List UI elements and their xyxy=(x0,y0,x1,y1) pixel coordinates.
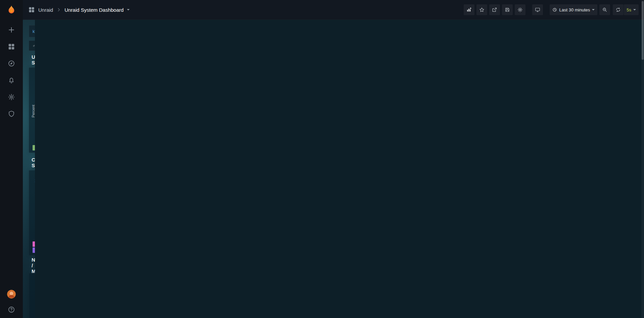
help-question-icon[interactable] xyxy=(8,306,15,313)
server-admin-shield-icon[interactable] xyxy=(8,110,15,118)
variable-label: kWh Price xyxy=(33,29,35,34)
section-title: UPS Stats xyxy=(32,54,35,65)
clock-icon xyxy=(552,7,557,12)
external-link-icon xyxy=(33,44,35,48)
y-axis-title: Percent xyxy=(31,78,35,144)
refresh-button[interactable] xyxy=(613,4,624,15)
breadcrumb: Unraid Unraid System Dashboard xyxy=(28,6,130,13)
panel-cpu1: CPU 1 Last 30 minutes 0%50%100% 19:5019:… xyxy=(29,170,35,256)
dashboard-settings-button[interactable] xyxy=(515,4,525,15)
page-scrollbar xyxy=(641,0,644,318)
grafana-logo-icon[interactable] xyxy=(5,4,17,16)
y-axis-ticks: 0%50%100% xyxy=(31,181,35,235)
chart-legend: UPS LoadMin: 17% Max: 32% Avg: 20%WattsM… xyxy=(29,144,35,152)
monitor-icon xyxy=(535,7,540,12)
time-range-label: Last 30 minutes xyxy=(559,7,590,12)
caret-down-icon xyxy=(592,9,595,10)
explore-compass-icon[interactable] xyxy=(8,60,15,67)
alerting-bell-icon[interactable] xyxy=(8,77,15,84)
star-dashboard-button[interactable] xyxy=(476,4,487,15)
dashboard-title[interactable]: Unraid System Dashboard xyxy=(64,7,124,13)
refresh-interval-picker[interactable]: 5s xyxy=(624,4,639,15)
legend-series-color xyxy=(33,241,35,247)
refresh-interval-label: 5s xyxy=(627,7,631,12)
share-dashboard-button[interactable] xyxy=(489,4,500,15)
add-panel-button[interactable] xyxy=(464,4,474,15)
variable-kwh-price[interactable]: kWh Price 0.65 xyxy=(29,25,35,37)
top-navbar: Unraid Unraid System Dashboard Last 30 m… xyxy=(23,0,644,20)
caret-down-icon[interactable] xyxy=(127,9,130,10)
share-icon xyxy=(492,7,497,12)
panel-network: Network Last 30 minutes 2.0 MBs4.0 MBs6.… xyxy=(29,273,35,318)
link-grafana-plex-theme[interactable]: Grafana Plex Theme xyxy=(29,41,35,51)
section-title: CPU Stats xyxy=(32,157,35,168)
legend-series-color xyxy=(33,145,35,150)
axis-tick-label: 100% xyxy=(35,179,35,183)
chevron-right-icon xyxy=(56,7,61,12)
save-icon xyxy=(505,7,510,12)
caret-down-icon xyxy=(633,9,636,10)
breadcrumb-folder[interactable]: Unraid xyxy=(38,7,53,13)
tv-mode-button[interactable] xyxy=(532,4,543,15)
zoom-out-time-button[interactable] xyxy=(599,4,610,15)
y-axis-ticks: 2.0 MBs4.0 MBs6.0 MBs xyxy=(31,283,35,318)
save-dashboard-button[interactable] xyxy=(502,4,513,15)
create-plus-icon[interactable] xyxy=(8,26,15,34)
time-range-picker[interactable]: Last 30 minutes xyxy=(550,4,597,15)
configuration-gear-icon[interactable] xyxy=(8,93,15,101)
dashboard-canvas: kWh Price 0.65 Currency kr UPS Max Outpu… xyxy=(23,20,35,318)
chart-legend: avgcurrentCore 620%30%Core 722%30% xyxy=(29,235,35,255)
dashboards-icon[interactable] xyxy=(8,43,15,50)
sidebar xyxy=(0,0,23,318)
section-title: Network / Memory xyxy=(32,257,35,274)
grafana-app: Unraid Unraid System Dashboard Last 30 m… xyxy=(0,0,644,318)
scrollbar-thumb[interactable] xyxy=(642,1,644,60)
refresh-icon xyxy=(615,7,621,12)
panel-ups-load: UPS Load % Last 12 hours Percent 15%20%2… xyxy=(29,67,35,153)
user-avatar[interactable] xyxy=(7,290,16,299)
zoom-out-icon xyxy=(602,7,607,12)
dashboard-grid-icon[interactable] xyxy=(28,6,35,13)
add-panel-icon xyxy=(466,7,472,12)
legend-series-color xyxy=(33,247,35,253)
gear-icon xyxy=(517,7,523,12)
star-icon xyxy=(479,7,485,12)
